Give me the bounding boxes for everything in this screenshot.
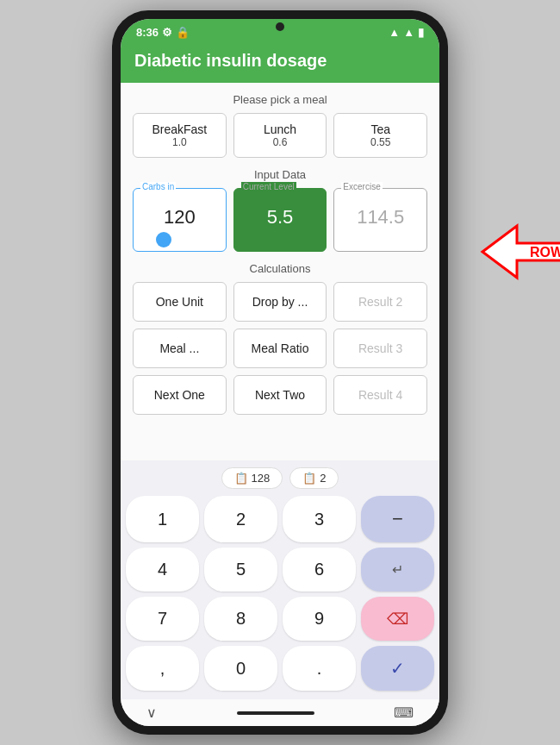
meal-section-label: Please pick a meal	[133, 93, 427, 106]
meal-val-breakfast: 1.0	[137, 136, 222, 148]
battery-icon: ▮	[418, 26, 424, 39]
key-7[interactable]: 7	[126, 597, 199, 641]
carbs-label: Carbs in	[140, 182, 176, 191]
exercise-field[interactable]: Excercise 114.5	[333, 188, 427, 252]
key-check[interactable]: ✓	[361, 646, 434, 691]
clipboard-icon-1: 📋	[234, 472, 248, 485]
calc-result2: Result 2	[333, 282, 427, 322]
keyboard-icon[interactable]: ⌨	[394, 704, 414, 721]
input-row: Carbs in 120 Current Level 5.5 Excercise…	[133, 188, 427, 252]
app-title: Diabetic insulin dosage	[134, 51, 327, 70]
key-0[interactable]: 0	[204, 646, 277, 691]
meal-row: BreakFast 1.0 Lunch 0.6 Tea 0.55	[133, 113, 427, 158]
signal-icon: ▲	[403, 26, 414, 39]
bottom-bar: ∨ ⌨	[121, 699, 439, 726]
key-3[interactable]: 3	[283, 496, 356, 542]
key-minus[interactable]: −	[361, 496, 434, 542]
key-backspace[interactable]: ⌫	[361, 597, 434, 641]
calc-one-unit[interactable]: One Unit	[133, 282, 227, 322]
carbs-slider[interactable]	[156, 232, 171, 247]
key-comma[interactable]: ,	[126, 646, 199, 691]
lock-icon: 🔒	[176, 26, 190, 39]
key-2[interactable]: 2	[204, 496, 277, 542]
meal-name-lunch: Lunch	[238, 122, 323, 136]
row1-label: ROW 1	[530, 245, 560, 260]
chevron-down-icon[interactable]: ∨	[146, 704, 157, 721]
meal-btn-tea[interactable]: Tea 0.55	[333, 113, 427, 158]
settings-icon: ⚙	[162, 26, 172, 39]
meal-name-tea: Tea	[338, 122, 423, 136]
calc-grid: One Unit Drop by ... Result 2 Meal ... M…	[133, 282, 427, 415]
keyboard-area: 📋 128 📋 2 1 2 3 − 4 5 6 ↵	[121, 460, 439, 699]
key-5[interactable]: 5	[204, 548, 277, 592]
meal-btn-lunch[interactable]: Lunch 0.6	[233, 113, 327, 158]
carbs-field[interactable]: Carbs in 120	[133, 188, 227, 252]
clipboard-icon-2: 📋	[302, 472, 316, 485]
meal-val-tea: 0.55	[338, 136, 423, 148]
clipboard-val-1: 128	[252, 472, 271, 485]
input-section-label: Input Data	[133, 168, 427, 181]
calc-result4: Result 4	[333, 375, 427, 415]
clipboard-btn-2[interactable]: 📋 2	[289, 467, 339, 489]
key-1[interactable]: 1	[126, 496, 199, 542]
key-8[interactable]: 8	[204, 597, 277, 641]
meal-btn-breakfast[interactable]: BreakFast 1.0	[133, 113, 227, 158]
key-4[interactable]: 4	[126, 548, 199, 592]
wifi-icon: ▲	[389, 26, 400, 39]
clipboard-btn-128[interactable]: 📋 128	[221, 467, 283, 489]
app-bar: Diabetic insulin dosage	[121, 42, 439, 83]
calc-drop-by[interactable]: Drop by ...	[233, 282, 327, 322]
home-indicator[interactable]	[237, 711, 314, 715]
main-content: Please pick a meal BreakFast 1.0 Lunch 0…	[121, 83, 439, 460]
status-bar: 8:36 ⚙ 🔒 ▲ ▲ ▮	[121, 19, 439, 42]
meal-val-lunch: 0.6	[238, 136, 323, 148]
key-6[interactable]: 6	[283, 548, 356, 592]
meal-name-breakfast: BreakFast	[137, 122, 222, 136]
calc-meal[interactable]: Meal ...	[133, 329, 227, 368]
current-level-label: Current Level	[241, 182, 296, 191]
svg-marker-0	[482, 226, 560, 278]
camera-dot	[276, 22, 284, 31]
key-enter[interactable]: ↵	[361, 548, 434, 592]
calc-result3: Result 3	[333, 329, 427, 368]
exercise-value: 114.5	[341, 201, 420, 229]
calc-section-label: Calculations	[133, 262, 427, 275]
row1-annotation: ROW 1	[431, 217, 560, 286]
calc-next-two[interactable]: Next Two	[233, 375, 327, 415]
carbs-value: 120	[140, 201, 219, 229]
status-time: 8:36	[136, 26, 159, 39]
key-dot[interactable]: .	[283, 646, 356, 691]
clipboard-val-2: 2	[320, 472, 326, 485]
current-level-value: 5.5	[241, 201, 320, 229]
clipboard-row: 📋 128 📋 2	[126, 467, 434, 489]
current-level-field[interactable]: Current Level 5.5	[233, 188, 327, 252]
key-9[interactable]: 9	[283, 597, 356, 641]
keyboard-grid: 1 2 3 − 4 5 6 ↵ 7 8 9 ⌫ , 0 . ✓	[126, 496, 434, 691]
calc-meal-ratio[interactable]: Meal Ratio	[233, 329, 327, 368]
exercise-label: Excercise	[341, 182, 382, 191]
calc-next-one[interactable]: Next One	[133, 375, 227, 415]
